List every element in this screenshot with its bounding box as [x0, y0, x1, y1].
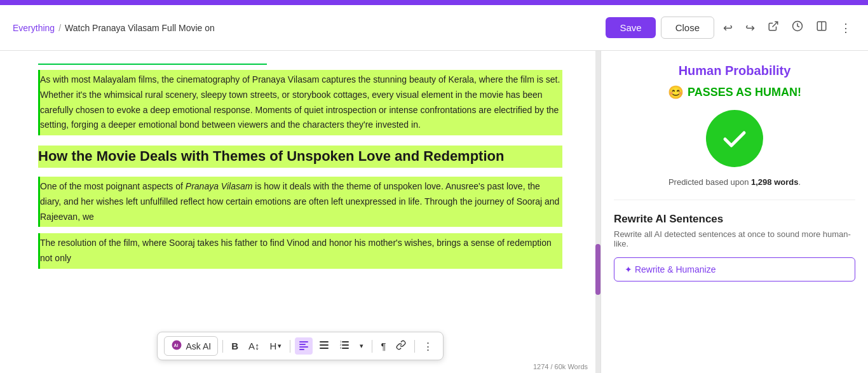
- right-panel: Human Probability 😊 PASSES AS HUMAN! Pre…: [601, 51, 868, 373]
- editor-area: As with most Malayalam films, the cinema…: [0, 51, 601, 373]
- more-options-button[interactable]: ⋮: [836, 17, 855, 39]
- toolbar-divider-2: [290, 340, 290, 353]
- svg-rect-15: [342, 348, 349, 349]
- top-bar: [0, 0, 868, 5]
- paragraph-button[interactable]: ¶: [377, 338, 390, 354]
- export-icon: [768, 20, 779, 35]
- svg-rect-10: [320, 341, 329, 342]
- rewrite-description: Rewrite all AI detected sentences at onc…: [614, 229, 855, 248]
- ask-ai-label: Ask AI: [186, 341, 212, 351]
- breadcrumb: Everything / Watch Pranaya Vilasam Full …: [13, 23, 598, 33]
- link-button[interactable]: [392, 337, 410, 355]
- more-options-icon: ⋮: [840, 21, 851, 35]
- svg-rect-11: [320, 344, 329, 346]
- rewrite-humanize-button[interactable]: ✦ Rewrite & Humanize: [614, 257, 855, 281]
- checkmark-icon: [719, 123, 750, 154]
- breadcrumb-link[interactable]: Everything: [13, 23, 55, 33]
- close-button[interactable]: Close: [661, 17, 714, 39]
- heading-icon: H: [270, 341, 277, 351]
- human-probability-title: Human Probability: [614, 64, 855, 78]
- breadcrumb-current: Watch Pranaya Vilasam Full Movie on: [65, 23, 215, 33]
- check-circle: [706, 110, 763, 167]
- human-probability-section: Human Probability 😊 PASSES AS HUMAN! Pre…: [614, 64, 855, 200]
- align-icon: [299, 340, 309, 352]
- svg-rect-9: [299, 349, 304, 350]
- paragraph-text-before: One of the most poignant aspects of: [40, 181, 186, 191]
- undo-button[interactable]: ↩: [719, 17, 736, 39]
- svg-rect-12: [320, 348, 329, 349]
- breadcrumb-separator: /: [58, 23, 61, 33]
- link-icon: [396, 340, 406, 352]
- predicted-word-count: 1,298 words: [751, 177, 798, 187]
- history-icon: [792, 20, 803, 35]
- section-heading-unspoken-love: How the Movie Deals with Themes of Unspo…: [38, 146, 562, 168]
- main-layout: As with most Malayalam films, the cinema…: [0, 51, 868, 373]
- export-button[interactable]: [764, 17, 783, 39]
- toolbar-divider-1: [222, 340, 223, 353]
- header: Everything / Watch Pranaya Vilasam Full …: [0, 5, 868, 51]
- rewrite-title: Rewrite AI Sentences: [614, 213, 855, 226]
- undo-icon: ↩: [723, 21, 733, 35]
- scrollbar[interactable]: [595, 51, 600, 373]
- list-icon: [319, 340, 329, 352]
- svg-text:3: 3: [340, 346, 342, 349]
- more-toolbar-icon: ⋮: [423, 341, 433, 352]
- top-line: [38, 64, 267, 65]
- redo-icon: ↪: [745, 21, 755, 35]
- predicted-suffix: .: [798, 177, 801, 187]
- editor-content[interactable]: As with most Malayalam films, the cinema…: [0, 51, 600, 281]
- more-toolbar-button[interactable]: ⋮: [419, 338, 437, 355]
- paragraph-italic-title: Pranaya Vilasam: [186, 181, 253, 191]
- split-view-icon: [816, 20, 827, 35]
- heading-arrow: ▾: [278, 342, 281, 350]
- rewrite-section: Rewrite AI Sentences Rewrite all AI dete…: [614, 213, 855, 281]
- ordered-list-button[interactable]: 1 2 3: [336, 337, 353, 355]
- history-button[interactable]: [788, 17, 807, 39]
- svg-text:Ai: Ai: [173, 343, 178, 348]
- heading-button[interactable]: H ▾: [266, 338, 286, 354]
- smiley-icon: 😊: [668, 85, 684, 100]
- svg-rect-7: [299, 344, 306, 345]
- ordered-list-icon: 1 2 3: [339, 340, 349, 352]
- list-arrow-icon: ▾: [360, 342, 363, 350]
- ask-ai-button[interactable]: Ai Ask AI: [164, 336, 219, 356]
- toolbar-divider-4: [414, 340, 415, 353]
- split-view-button[interactable]: [812, 17, 831, 39]
- font-size-icon: A↕: [248, 341, 260, 351]
- bold-button[interactable]: B: [227, 338, 242, 354]
- passes-human-badge: 😊 PASSES AS HUMAN!: [614, 85, 855, 100]
- redo-button[interactable]: ↪: [742, 17, 759, 39]
- paragraph-resolution: The resolution of the film, where Sooraj…: [38, 233, 562, 269]
- svg-rect-14: [342, 344, 349, 346]
- header-actions: Save Close ↩ ↪: [606, 17, 855, 39]
- save-button[interactable]: Save: [606, 17, 655, 38]
- svg-rect-8: [299, 346, 308, 348]
- toolbar-divider-3: [372, 340, 372, 353]
- formatting-toolbar: Ai Ask AI B A↕ H ▾: [157, 332, 444, 360]
- ai-icon: Ai: [171, 339, 182, 353]
- align-button[interactable]: [295, 337, 313, 355]
- predicted-prefix: Predicted based upon: [668, 177, 751, 187]
- bold-icon: B: [231, 341, 238, 351]
- font-size-button[interactable]: A↕: [245, 338, 264, 354]
- list-button[interactable]: [315, 337, 333, 355]
- passes-human-label: PASSES AS HUMAN!: [688, 86, 801, 99]
- svg-rect-6: [299, 341, 308, 342]
- list-arrow-button[interactable]: ▾: [356, 339, 367, 353]
- paragraph-icon: ¶: [381, 341, 386, 351]
- word-count: 1274 / 60k Words: [533, 363, 588, 370]
- svg-rect-13: [342, 341, 349, 342]
- scroll-thumb[interactable]: [595, 244, 600, 295]
- predicted-text: Predicted based upon 1,298 words.: [614, 177, 855, 187]
- svg-line-0: [773, 22, 778, 27]
- paragraph-unspoken-love: One of the most poignant aspects of Pran…: [38, 177, 562, 227]
- paragraph-cinematography: As with most Malayalam films, the cinema…: [38, 70, 562, 135]
